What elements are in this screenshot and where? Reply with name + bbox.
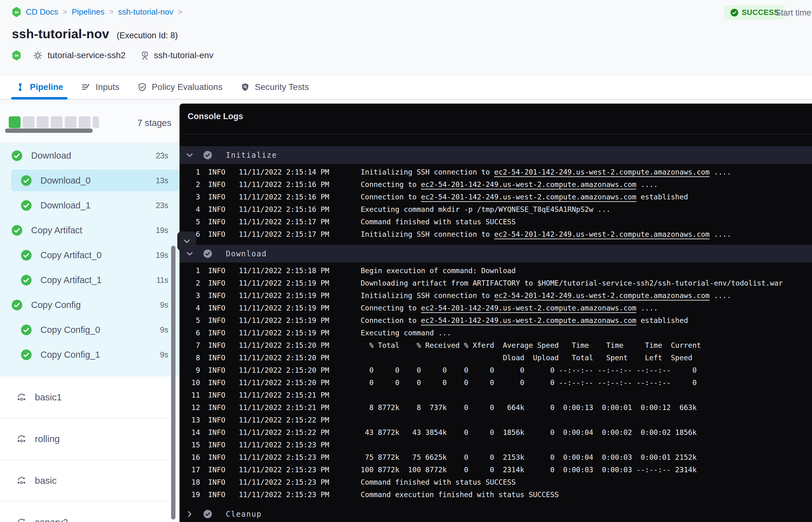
log-host-link[interactable]: ec2-54-201-142-249.us-west-2.compute.ama… [494,292,709,300]
log-level: INFO [208,341,225,349]
stage-row[interactable]: Copy Artifact19s [0,218,180,243]
log-line-number: 19 [180,488,200,501]
breadcrumb-separator: > [63,8,67,16]
success-check-icon [730,8,738,17]
sidebar-item-canary2[interactable]: canary2 [0,501,180,522]
log-timestamp: 11/11/2022 2:15:20 PM [239,379,329,387]
log-message: Executing command mkdir -p /tmp/WYQNESE_… [361,205,610,214]
selected-stage-highlight [11,169,180,191]
log-host-link[interactable]: ec2-54-201-142-249.us-west-2.compute.ama… [421,180,636,188]
log-line-number: 5 [180,314,200,327]
log-line: 6INFO11/11/2022 2:15:19 PMExecuting comm… [180,327,812,339]
log-message: Connecting to ec2-54-201-142-249.us-west… [361,180,658,188]
section-check-icon [203,150,212,160]
stage-graph-horizontal-scrollbar[interactable] [5,128,93,133]
log-level: INFO [208,366,225,374]
stage-row[interactable]: Copy Config9s [0,293,180,317]
stage-duration: 11s [157,276,168,285]
log-message: 0 0 0 0 0 0 0 0 --:--:-- --:--:-- --:--:… [361,366,696,374]
sidebar-item-basic1[interactable]: basic1 [0,376,180,418]
log-host-link[interactable]: ec2-54-201-142-249.us-west-2.compute.ama… [421,193,636,201]
log-lines: 1INFO11/11/2022 2:15:18 PMBegin executio… [180,263,812,503]
sidebar-item-basic[interactable]: basic [0,460,180,501]
stage-name: Copy Config_1 [40,350,100,360]
stage-row[interactable]: Download23s [0,143,180,168]
sidebar-vertical-scrollbar[interactable] [171,246,176,520]
log-line-number: 3 [180,289,200,302]
stage-progress-square [9,116,21,128]
stage-row[interactable]: Download_013s [0,168,180,193]
log-line: 3INFO11/11/2022 2:15:16 PMConnection to … [180,191,812,203]
log-timestamp: 11/11/2022 2:15:22 PM [239,416,329,424]
tab-security-tests[interactable]: Security Tests [241,75,309,99]
stages-sidebar: 7 stages Download23sDownload_013sDownloa… [0,104,180,522]
stage-progress-square [37,116,48,128]
stage-row[interactable]: Copy Artifact_111s [0,267,180,293]
success-check-icon [11,299,23,311]
log-host-link[interactable]: ec2-54-201-142-249.us-west-2.compute.ama… [421,304,636,312]
tab-policy-evaluations[interactable]: Policy Evaluations [138,75,222,99]
log-line-number: 15 [180,439,200,451]
log-timestamp: 11/11/2022 2:15:17 PM [239,230,329,238]
log-text: Connection to [361,316,421,324]
sidebar-item-rolling[interactable]: rolling [0,418,180,460]
log-level: INFO [208,230,225,238]
console-section-header[interactable]: Download [180,245,812,263]
breadcrumb-link[interactable]: Pipelines [72,7,104,17]
log-level: INFO [208,329,225,337]
stage-row[interactable]: Download_123s [0,193,180,218]
log-level: INFO [208,180,225,188]
breadcrumb-link[interactable]: CD Docs [26,7,58,17]
log-lines: 1INFO11/11/2022 2:15:14 PMInitializing S… [180,164,812,242]
harness-module-icon: ∞ [12,7,21,17]
log-line: 5INFO11/11/2022 2:15:19 PMConnection to … [180,314,812,327]
tab-inputs[interactable]: Inputs [81,75,119,99]
harness-cd-icon: ∞ [12,51,21,61]
log-level: INFO [208,218,225,226]
tab-pipeline[interactable]: Pipeline [16,75,63,99]
log-timestamp: 11/11/2022 2:15:22 PM [239,428,329,437]
log-line-number: 9 [180,364,200,376]
log-line: 17INFO11/11/2022 2:15:23 PM100 8772k 100… [180,463,812,476]
log-timestamp: 11/11/2022 2:15:18 PM [239,267,329,275]
log-level: INFO [208,304,225,312]
log-level: INFO [208,391,225,399]
breadcrumb-link[interactable]: ssh-tutorial-nov [118,7,173,17]
log-text: Executing command ... [361,329,451,337]
chevron-down-icon [182,236,191,246]
stage-row[interactable]: Copy Config_19s [0,342,180,367]
log-host-link[interactable]: ec2-54-201-142-249.us-west-2.compute.ama… [494,168,709,176]
log-level: INFO [208,441,225,449]
log-line: 8INFO11/11/2022 2:15:20 PM Dload Upload … [180,352,812,364]
start-time-label: Start time [775,8,811,18]
stage-name: Copy Config_0 [40,325,100,335]
stage-row[interactable]: Copy Artifact_019s [0,243,180,267]
log-host-link[interactable]: ec2-54-201-142-249.us-west-2.compute.ama… [494,230,709,238]
sidebar-item-label: rolling [35,434,60,444]
service-name[interactable]: tutorial-service-ssh2 [47,51,126,60]
breadcrumb-separator: > [178,8,182,16]
log-text: .... [636,304,658,312]
log-line-number: 3 [180,191,200,203]
stage-row[interactable]: Copy Config_09s [0,317,180,342]
console-scroll-button[interactable] [177,232,196,251]
log-level: INFO [208,379,225,387]
log-timestamp: 11/11/2022 2:15:19 PM [239,316,329,324]
log-level: INFO [208,168,225,176]
pipeline-icon [16,82,25,92]
environment-name[interactable]: ssh-tutorial-env [154,51,214,60]
log-timestamp: 11/11/2022 2:15:21 PM [239,391,329,399]
console-section-title: Cleanup [226,510,262,519]
log-line-number: 17 [180,463,200,476]
tab-label: Inputs [96,82,119,92]
log-message: Connection to ec2-54-201-142-249.us-west… [361,193,688,201]
console-section-header[interactable]: Initialize [180,146,812,164]
log-host-link[interactable]: ec2-54-201-142-249.us-west-2.compute.ama… [421,316,636,324]
console-section-header[interactable]: Cleanup [180,505,812,522]
pipeline-execution-page: ∞CD Docs>Pipelines>ssh-tutorial-nov> ssh… [0,0,812,522]
log-level: INFO [208,354,225,362]
log-message: Connecting to ec2-54-201-142-249.us-west… [361,304,658,312]
log-line-number: 12 [180,401,200,414]
log-line: 14INFO11/11/2022 2:15:22 PM 43 8772k 43 … [180,426,812,439]
security-shield-icon [241,82,250,92]
